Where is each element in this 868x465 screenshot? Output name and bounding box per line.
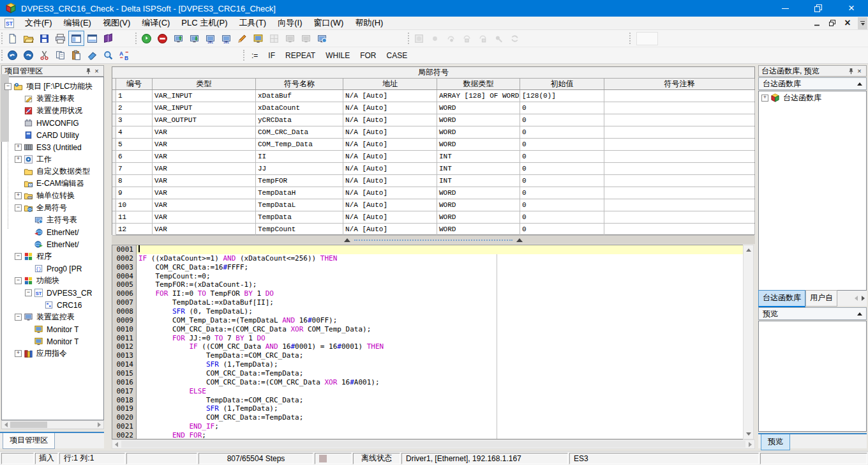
menu-item[interactable]: 工具(T) [234,16,273,30]
code-line[interactable]: TempDataL:=xDataBuf[II]; [137,298,743,307]
column-header[interactable]: 符号注释 [604,79,755,89]
table-cell[interactable]: JJ [256,163,343,174]
table-row[interactable]: 3VAR_OUTPUTyCRCDataN/A [Auto]WORD0 [112,114,754,126]
table-cell[interactable]: INT [437,151,520,162]
scrollbar-thumb[interactable] [10,422,47,428]
tree-item[interactable]: 主符号表 [2,214,103,226]
st-keyword-button[interactable]: IF [263,50,280,61]
table-cell[interactable]: WORD [437,139,520,150]
collapse-icon[interactable]: − [4,83,11,90]
monitor-yellow-icon[interactable] [250,31,266,46]
table-cell[interactable]: 6 [116,151,153,162]
code-line[interactable]: TempFOR:=(xDataCount-1); [137,280,743,289]
table-cell[interactable]: [128(0)] [520,90,604,102]
collapse-icon[interactable]: − [15,277,22,284]
table-cell[interactable]: WORD [437,211,520,223]
table-cell[interactable]: 0 [520,139,604,150]
purple-book-icon[interactable] [100,31,116,46]
editor-hscrollbar-thumb[interactable] [121,441,745,448]
sync-arrows-icon[interactable] [507,31,523,46]
code-line[interactable]: COM_Temp_Data:=(TempDataL AND 16#00FF); [137,316,743,325]
save-floppy-icon[interactable] [36,31,52,46]
pin-icon[interactable] [84,67,93,75]
table-row[interactable]: 2VAR_INPUTxDataCountN/A [Auto]WORD0 [112,102,754,114]
table-cell[interactable]: xDataBuf [256,90,343,102]
table-cell[interactable]: xDataCount [256,102,343,114]
doc-restore-button[interactable] [825,17,840,29]
table-row[interactable]: 12VARTempCountN/A [Auto]WORD0 [112,224,754,236]
table-cell[interactable]: VAR [153,163,256,174]
tab-preview[interactable]: 预览 [761,434,790,450]
restore-button[interactable] [802,0,835,17]
table-cell[interactable] [604,224,755,235]
window-layout-left-icon[interactable] [68,31,84,46]
panel-close-icon[interactable]: × [93,67,101,75]
tree-item[interactable]: 装置使用状况 [2,105,103,117]
st-code-editor[interactable]: 0001000200030004000500060007000800090010… [112,245,743,439]
code-line[interactable]: TempData:=COM_CRC_Data; [137,351,743,360]
copy-pages-icon[interactable] [52,48,68,63]
table-cell[interactable]: 0 [520,126,604,138]
table-cell[interactable]: N/A [Auto] [343,211,437,223]
code-line[interactable]: COM_CRC_Data:=TempData; [137,413,743,422]
table-cell[interactable]: VAR [153,199,256,211]
table-cell[interactable]: 8 [116,175,153,187]
collapse-arrow-icon[interactable] [857,82,862,86]
code-line[interactable]: COM_CRC_Data:=TempData; [137,369,743,378]
table-cell[interactable]: N/A [Auto] [343,90,437,102]
printer-icon[interactable] [52,31,68,46]
redo-arrow-icon[interactable] [20,48,36,63]
table-cell[interactable]: INT [437,175,520,187]
table-cell[interactable]: VAR [153,126,256,138]
table-row[interactable]: 6VARIIN/A [Auto]INT0 [112,151,754,163]
key-dot-icon[interactable] [491,31,507,46]
stop-red-icon[interactable] [154,31,170,46]
tree-item[interactable]: −项目 [F:\PLC功能块 [2,80,103,93]
table-cell[interactable]: 0 [520,224,604,235]
collapse-icon[interactable]: − [15,204,22,211]
table-cell[interactable]: COM_CRC_Data [256,126,343,138]
table-cell[interactable]: 11 [116,211,153,223]
collapse-icon[interactable]: − [15,314,22,321]
code-line[interactable]: END_FOR; [137,431,743,439]
arc-arrow-dot-icon[interactable] [443,31,459,46]
doc-minimize-button[interactable] [809,17,825,29]
expand-icon[interactable]: + [15,350,22,357]
window-layout-bottom-icon[interactable] [84,31,100,46]
table-cell[interactable]: 0 [520,199,604,211]
table-cell[interactable] [604,211,755,223]
code-line[interactable] [137,245,743,254]
table-cell[interactable]: 12 [116,224,153,235]
expand-icon[interactable]: + [761,95,768,102]
table-cell[interactable]: WORD [437,199,520,211]
monitor-up-arrow-icon[interactable] [170,31,186,46]
table-cell[interactable]: VAR_INPUT [153,90,256,102]
code-line[interactable]: FOR JJ:=0 TO 7 BY 1 DO [137,334,743,343]
table-cell[interactable]: 5 [116,139,153,150]
table-cell[interactable]: 4 [116,126,153,138]
table-cell[interactable]: WORD [437,187,520,199]
table-row[interactable]: 10VARTempDataLN/A [Auto]WORD0 [112,199,754,211]
table-cell[interactable]: 0 [520,102,604,114]
tree-item[interactable]: +应用指令 [2,347,103,360]
tabs-scroll-left-icon[interactable] [855,296,858,301]
table-cell[interactable]: 0 [520,175,604,187]
column-header[interactable]: 初始值 [520,79,604,89]
code-line[interactable]: SFR (1,TempData); [137,360,743,369]
table-cell[interactable]: 2 [116,102,153,114]
column-header[interactable]: 符号名称 [256,79,343,89]
table-cell[interactable]: WORD [437,114,520,126]
table-cell[interactable] [604,126,755,138]
project-tree-hscrollbar[interactable] [1,420,104,429]
table-cell[interactable]: N/A [Auto] [343,199,437,211]
tree-item[interactable]: 装置注释表 [2,93,103,105]
monitor-101-icon[interactable]: 101 [218,31,234,46]
monitor-gray-icon[interactable] [282,31,298,46]
expand-icon[interactable]: + [15,156,22,163]
tab-user-defined[interactable]: 用户自 [805,290,837,307]
table-cell[interactable]: VAR [153,187,256,199]
table-cell[interactable]: II [256,151,343,162]
st-keyword-button[interactable]: FOR [355,50,381,61]
tree-item[interactable]: −STDVPES3_CR [2,287,103,299]
code-line[interactable]: COM_CRC_Data:=(COM_CRC_Data XOR 16#A001)… [137,378,743,387]
